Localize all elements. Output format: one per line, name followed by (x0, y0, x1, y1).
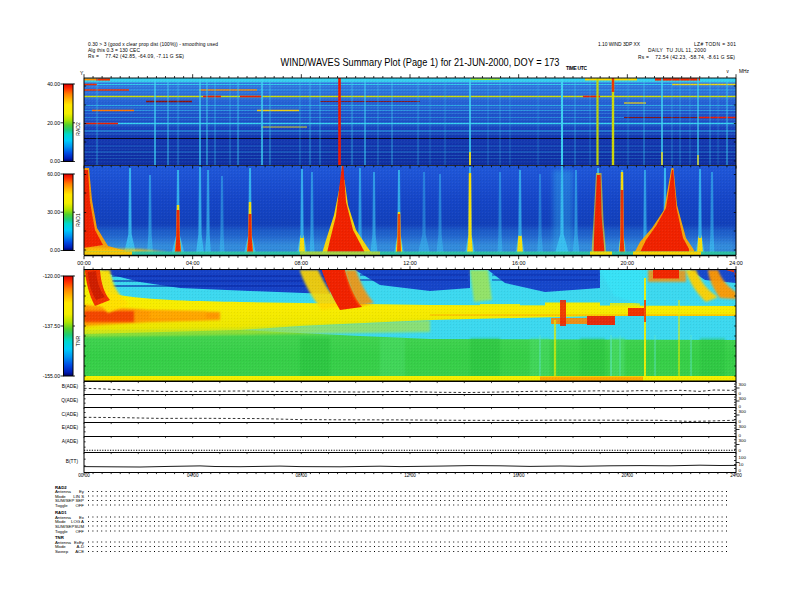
svg-text:00:00: 00:00 (78, 473, 90, 478)
svg-text:300: 300 (739, 396, 747, 401)
svg-text:-120.00: -120.00 (43, 273, 60, 279)
svg-text:LZ# TODN = 301: LZ# TODN = 301 (694, 42, 736, 47)
svg-text:30.00: 30.00 (47, 209, 60, 215)
svg-text:Sweep: Sweep (55, 549, 69, 554)
svg-text:B(ADE): B(ADE) (62, 384, 79, 389)
svg-text:08:00: 08:00 (296, 473, 308, 478)
svg-text:12:00: 12:00 (403, 260, 417, 266)
svg-text:OFF: OFF (75, 503, 84, 508)
svg-text:300: 300 (739, 438, 747, 443)
svg-text:RAD1: RAD1 (75, 213, 81, 227)
svg-text:DAILY TU JUL 11, 2000: DAILY TU JUL 11, 2000 (648, 48, 706, 53)
svg-text:TIME UTC: TIME UTC (566, 66, 587, 71)
svg-text:00:00: 00:00 (77, 260, 91, 266)
svg-text:20.00: 20.00 (47, 120, 60, 126)
svg-text:12:00: 12:00 (404, 473, 416, 478)
svg-text:B(TT): B(TT) (66, 459, 79, 464)
svg-text:0.00: 0.00 (50, 158, 60, 164)
svg-text:24:00: 24:00 (729, 260, 743, 266)
svg-text:Alg this 0.3 = 130 CEC: Alg this 0.3 = 130 CEC (88, 48, 140, 53)
svg-text:C(ADE): C(ADE) (61, 412, 78, 417)
svg-text:10: 10 (739, 462, 744, 467)
svg-text:300: 300 (739, 382, 747, 387)
svg-text:04:00: 04:00 (186, 260, 200, 266)
svg-text:Rs = 72.54 (42.23, -58.74,: Rs = 72.54 (42.23, -58.74, -8.61 G SE) (638, 55, 735, 60)
svg-text:60.00: 60.00 (47, 171, 60, 177)
svg-text:40.00: 40.00 (47, 81, 60, 87)
svg-text:20:00: 20:00 (621, 260, 635, 266)
svg-text:RAD2: RAD2 (75, 122, 81, 136)
svg-text:16:00: 16:00 (512, 260, 526, 266)
svg-text:WIND/WAVES Summary Plot (Page: WIND/WAVES Summary Plot (Page 1) for 21-… (281, 57, 560, 68)
svg-text:16:00: 16:00 (513, 473, 525, 478)
svg-text:24:00: 24:00 (730, 473, 742, 478)
svg-text:300: 300 (739, 409, 747, 414)
svg-text:OFF: OFF (75, 529, 84, 534)
svg-text:Toggle: Toggle (55, 503, 68, 508)
svg-text:04:00: 04:00 (187, 473, 199, 478)
svg-text:1.10 WIND 3DP XX: 1.10 WIND 3DP XX (598, 42, 641, 47)
svg-text:08:00: 08:00 (295, 260, 309, 266)
svg-text:ACE: ACE (75, 549, 84, 554)
svg-text:Rs = 77.42 (42.85, -64.09,: Rs = 77.42 (42.85, -64.09, -7.11 G SE) (88, 54, 184, 59)
svg-text:Q(ADE): Q(ADE) (61, 398, 78, 403)
svg-text:TNR: TNR (75, 335, 81, 346)
svg-text:-137.50: -137.50 (43, 323, 60, 329)
svg-text:Toggle: Toggle (55, 529, 68, 534)
svg-text:20:00: 20:00 (622, 473, 634, 478)
svg-text:E(ADE): E(ADE) (62, 425, 79, 430)
svg-text:100: 100 (739, 455, 747, 460)
svg-text:0.00: 0.00 (50, 247, 60, 253)
svg-text:300: 300 (739, 424, 747, 429)
svg-text:-155.00: -155.00 (43, 373, 60, 379)
svg-text:0.30 > 3 (good x clear prop di: 0.30 > 3 (good x clear prop dist (100%))… (88, 42, 218, 47)
svg-text:MHz: MHz (739, 69, 750, 74)
svg-text:A(ADE): A(ADE) (62, 439, 79, 444)
